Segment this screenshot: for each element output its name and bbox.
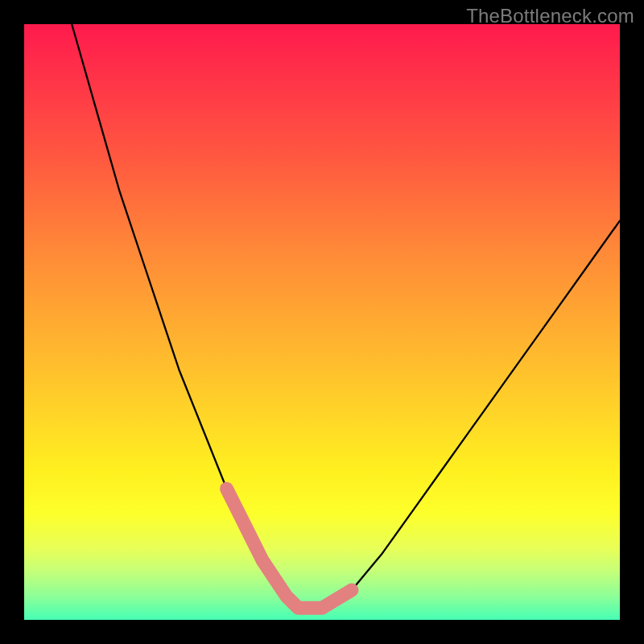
- bottleneck-curve: [24, 24, 620, 620]
- watermark-text: TheBottleneck.com: [466, 5, 634, 27]
- curve-line: [72, 24, 620, 608]
- plot-area: [24, 24, 620, 620]
- curve-highlight: [227, 489, 352, 608]
- chart-frame: TheBottleneck.com: [0, 0, 644, 644]
